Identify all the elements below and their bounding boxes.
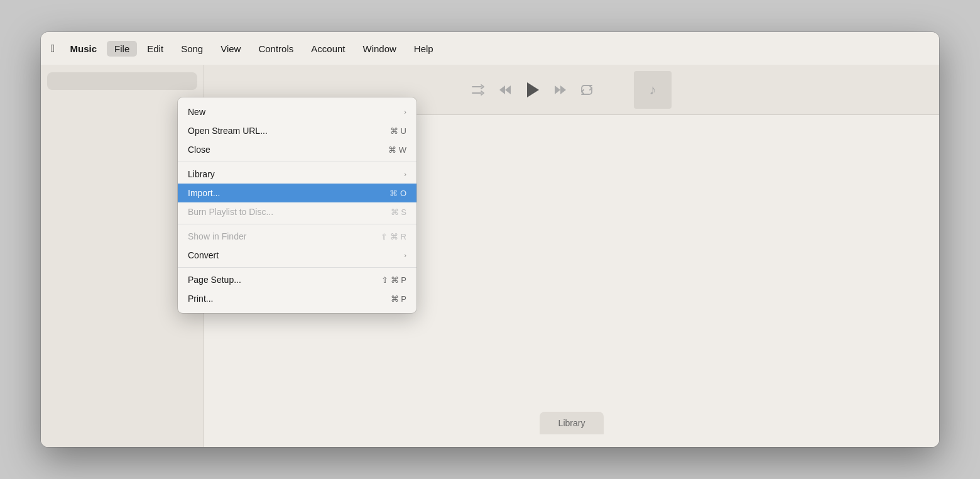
dropdown-item-library[interactable]: Library › [178,165,416,184]
file-menu-dropdown: New › Open Stream URL... ⌘ U Close ⌘ W [178,97,416,313]
menu-item-controls[interactable]: Controls [251,41,301,57]
convert-arrow-icon: › [404,251,406,259]
menu-bar:  Music File Edit Song View Controls Acc… [41,32,939,65]
dropdown-item-new[interactable]: New › [178,102,416,121]
main-content: ♪ Library New › Open Stream URL... [41,65,939,447]
dropdown-item-library-label: Library [188,169,215,179]
svg-marker-4 [560,85,566,94]
dropdown-item-close[interactable]: Close ⌘ W [178,140,416,159]
svg-marker-0 [505,85,511,94]
menu-item-file[interactable]: File [107,41,137,57]
app-window:  Music File Edit Song View Controls Acc… [41,32,939,447]
dropdown-section-3: Show in Finder ⇧ ⌘ R Convert › [178,224,416,266]
menu-item-song[interactable]: Song [173,41,210,57]
music-note-icon: ♪ [650,82,656,98]
repeat-button[interactable] [580,84,594,96]
rewind-button[interactable] [498,84,512,96]
dropdown-item-show-finder: Show in Finder ⇧ ⌘ R [178,227,416,246]
dropdown-item-page-setup-label: Page Setup... [188,275,241,285]
dropdown-item-show-finder-label: Show in Finder [188,231,246,241]
dropdown-item-burn-playlist-label: Burn Playlist to Disc... [188,207,273,217]
import-shortcut: ⌘ O [389,189,406,198]
dropdown-item-new-label: New [188,107,205,117]
menu-item-view[interactable]: View [213,41,248,57]
menu-item-edit[interactable]: Edit [139,41,171,57]
menu-item-account[interactable]: Account [303,41,352,57]
dropdown-item-import-label: Import... [188,188,220,198]
dropdown-section-2: Library › Import... ⌘ O Burn Playlist to… [178,162,416,223]
dropdown-section-4: Page Setup... ⇧ ⌘ P Print... ⌘ P [178,267,416,309]
new-arrow-icon: › [404,108,406,116]
dropdown-item-open-stream[interactable]: Open Stream URL... ⌘ U [178,121,416,140]
burn-playlist-shortcut: ⌘ S [391,207,406,217]
search-bar[interactable] [47,72,197,90]
player-controls [472,81,594,99]
dropdown-item-print[interactable]: Print... ⌘ P [178,289,416,308]
close-shortcut: ⌘ W [388,145,406,155]
apple-logo-icon[interactable]:  [51,42,55,55]
open-stream-shortcut: ⌘ U [390,126,406,136]
dropdown-item-convert-label: Convert [188,250,219,260]
album-art: ♪ [634,71,672,109]
svg-marker-3 [555,85,560,94]
dropdown-section-1: New › Open Stream URL... ⌘ U Close ⌘ W [178,101,416,160]
library-tab[interactable]: Library [540,412,604,434]
dropdown-item-import[interactable]: Import... ⌘ O [178,184,416,202]
show-finder-shortcut: ⇧ ⌘ R [381,232,406,241]
forward-button[interactable] [553,84,567,96]
dropdown-item-open-stream-label: Open Stream URL... [188,126,268,136]
svg-marker-2 [527,82,539,97]
dropdown-item-convert[interactable]: Convert › [178,246,416,265]
menu-item-help[interactable]: Help [406,41,441,57]
print-shortcut: ⌘ P [391,294,406,304]
menu-item-window[interactable]: Window [355,41,403,57]
dropdown-item-close-label: Close [188,145,210,155]
dropdown-item-page-setup[interactable]: Page Setup... ⇧ ⌘ P [178,270,416,289]
svg-marker-1 [499,85,505,94]
menu-item-music[interactable]: Music [63,41,105,57]
dropdown-item-print-label: Print... [188,294,213,304]
library-arrow-icon: › [404,170,406,178]
dropdown-item-burn-playlist: Burn Playlist to Disc... ⌘ S [178,202,416,221]
shuffle-button[interactable] [472,84,486,96]
play-button[interactable] [525,81,541,99]
page-setup-shortcut: ⇧ ⌘ P [381,275,406,285]
